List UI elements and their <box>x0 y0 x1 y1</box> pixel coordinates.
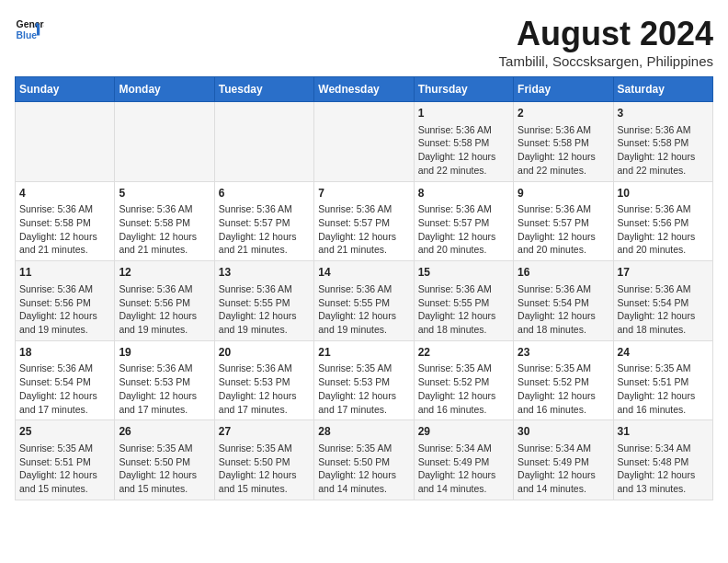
table-row: 9Sunrise: 5:36 AM Sunset: 5:57 PM Daylig… <box>514 181 613 261</box>
calendar-body: 1Sunrise: 5:36 AM Sunset: 5:58 PM Daylig… <box>16 102 713 500</box>
table-row: 22Sunrise: 5:35 AM Sunset: 5:52 PM Dayli… <box>414 340 513 420</box>
page-header: General Blue August 2024 Tambilil, Soccs… <box>15 15 713 69</box>
day-info: Sunrise: 5:36 AM Sunset: 5:53 PM Dayligh… <box>119 362 210 416</box>
table-row: 20Sunrise: 5:36 AM Sunset: 5:53 PM Dayli… <box>214 340 313 420</box>
table-row: 23Sunrise: 5:35 AM Sunset: 5:52 PM Dayli… <box>514 340 613 420</box>
table-row: 11Sunrise: 5:36 AM Sunset: 5:56 PM Dayli… <box>16 261 115 341</box>
table-row: 8Sunrise: 5:36 AM Sunset: 5:57 PM Daylig… <box>414 181 513 261</box>
svg-text:Blue: Blue <box>17 30 38 40</box>
day-number: 7 <box>318 186 409 201</box>
day-info: Sunrise: 5:35 AM Sunset: 5:50 PM Dayligh… <box>219 442 310 496</box>
day-info: Sunrise: 5:35 AM Sunset: 5:50 PM Dayligh… <box>318 442 409 496</box>
day-number: 12 <box>119 265 210 281</box>
logo: General Blue <box>15 15 44 44</box>
day-info: Sunrise: 5:36 AM Sunset: 5:56 PM Dayligh… <box>19 282 110 337</box>
day-number: 11 <box>19 265 110 281</box>
day-info: Sunrise: 5:36 AM Sunset: 5:57 PM Dayligh… <box>418 202 509 257</box>
day-info: Sunrise: 5:35 AM Sunset: 5:51 PM Dayligh… <box>19 442 110 496</box>
table-row: 18Sunrise: 5:36 AM Sunset: 5:54 PM Dayli… <box>16 340 115 420</box>
day-info: Sunrise: 5:36 AM Sunset: 5:58 PM Dayligh… <box>618 123 709 178</box>
svg-text:General: General <box>17 19 44 29</box>
col-saturday: Saturday <box>613 77 712 102</box>
day-number: 4 <box>19 186 110 201</box>
table-row: 17Sunrise: 5:36 AM Sunset: 5:54 PM Dayli… <box>613 261 712 341</box>
table-row: 10Sunrise: 5:36 AM Sunset: 5:56 PM Dayli… <box>613 181 712 261</box>
table-row: 3Sunrise: 5:36 AM Sunset: 5:58 PM Daylig… <box>613 102 712 182</box>
col-tuesday: Tuesday <box>214 77 313 102</box>
table-row: 25Sunrise: 5:35 AM Sunset: 5:51 PM Dayli… <box>16 420 115 500</box>
day-info: Sunrise: 5:36 AM Sunset: 5:54 PM Dayligh… <box>518 282 609 337</box>
table-row: 28Sunrise: 5:35 AM Sunset: 5:50 PM Dayli… <box>314 420 414 500</box>
day-info: Sunrise: 5:36 AM Sunset: 5:57 PM Dayligh… <box>318 202 409 257</box>
day-number: 1 <box>418 106 509 121</box>
day-number: 8 <box>418 186 509 201</box>
day-number: 30 <box>518 424 609 440</box>
day-number: 19 <box>119 345 210 361</box>
day-number: 17 <box>618 265 709 281</box>
day-info: Sunrise: 5:36 AM Sunset: 5:56 PM Dayligh… <box>618 202 709 257</box>
table-row: 6Sunrise: 5:36 AM Sunset: 5:57 PM Daylig… <box>214 181 313 261</box>
table-row <box>214 102 313 182</box>
day-info: Sunrise: 5:36 AM Sunset: 5:54 PM Dayligh… <box>19 362 110 416</box>
day-info: Sunrise: 5:36 AM Sunset: 5:58 PM Dayligh… <box>119 202 210 257</box>
table-row <box>16 102 115 182</box>
col-monday: Monday <box>115 77 214 102</box>
table-row: 1Sunrise: 5:36 AM Sunset: 5:58 PM Daylig… <box>414 102 513 182</box>
day-info: Sunrise: 5:34 AM Sunset: 5:49 PM Dayligh… <box>418 442 509 496</box>
table-row: 2Sunrise: 5:36 AM Sunset: 5:58 PM Daylig… <box>514 102 613 182</box>
day-number: 24 <box>618 345 709 361</box>
table-row <box>314 102 414 182</box>
day-number: 14 <box>318 265 409 281</box>
day-number: 28 <box>318 424 409 440</box>
title-section: August 2024 Tambilil, Soccsksargen, Phil… <box>499 15 713 69</box>
day-info: Sunrise: 5:36 AM Sunset: 5:57 PM Dayligh… <box>219 202 310 257</box>
day-number: 20 <box>219 345 310 361</box>
table-row: 30Sunrise: 5:34 AM Sunset: 5:49 PM Dayli… <box>514 420 613 500</box>
col-sunday: Sunday <box>16 77 115 102</box>
day-info: Sunrise: 5:36 AM Sunset: 5:55 PM Dayligh… <box>318 282 409 337</box>
table-row: 5Sunrise: 5:36 AM Sunset: 5:58 PM Daylig… <box>115 181 214 261</box>
day-info: Sunrise: 5:36 AM Sunset: 5:57 PM Dayligh… <box>518 202 609 257</box>
table-row: 21Sunrise: 5:35 AM Sunset: 5:53 PM Dayli… <box>314 340 414 420</box>
table-row: 27Sunrise: 5:35 AM Sunset: 5:50 PM Dayli… <box>214 420 313 500</box>
day-number: 26 <box>119 424 210 440</box>
day-number: 16 <box>518 265 609 281</box>
day-number: 3 <box>618 106 709 121</box>
day-info: Sunrise: 5:36 AM Sunset: 5:55 PM Dayligh… <box>219 282 310 337</box>
table-row: 26Sunrise: 5:35 AM Sunset: 5:50 PM Dayli… <box>115 420 214 500</box>
day-number: 5 <box>119 186 210 201</box>
day-info: Sunrise: 5:34 AM Sunset: 5:48 PM Dayligh… <box>618 442 709 496</box>
table-row: 4Sunrise: 5:36 AM Sunset: 5:58 PM Daylig… <box>16 181 115 261</box>
day-number: 18 <box>19 345 110 361</box>
day-info: Sunrise: 5:35 AM Sunset: 5:53 PM Dayligh… <box>318 362 409 416</box>
table-row: 12Sunrise: 5:36 AM Sunset: 5:56 PM Dayli… <box>115 261 214 341</box>
main-title: August 2024 <box>499 15 713 53</box>
day-info: Sunrise: 5:35 AM Sunset: 5:52 PM Dayligh… <box>518 362 609 416</box>
calendar-header: Sunday Monday Tuesday Wednesday Thursday… <box>16 77 713 102</box>
day-info: Sunrise: 5:36 AM Sunset: 5:55 PM Dayligh… <box>418 282 509 337</box>
table-row <box>115 102 214 182</box>
day-number: 15 <box>418 265 509 281</box>
table-row: 14Sunrise: 5:36 AM Sunset: 5:55 PM Dayli… <box>314 261 414 341</box>
table-row: 29Sunrise: 5:34 AM Sunset: 5:49 PM Dayli… <box>414 420 513 500</box>
day-info: Sunrise: 5:36 AM Sunset: 5:53 PM Dayligh… <box>219 362 310 416</box>
day-info: Sunrise: 5:36 AM Sunset: 5:56 PM Dayligh… <box>119 282 210 337</box>
day-number: 13 <box>219 265 310 281</box>
day-info: Sunrise: 5:35 AM Sunset: 5:52 PM Dayligh… <box>418 362 509 416</box>
day-info: Sunrise: 5:35 AM Sunset: 5:51 PM Dayligh… <box>618 362 709 416</box>
day-number: 10 <box>618 186 709 201</box>
day-number: 25 <box>19 424 110 440</box>
col-thursday: Thursday <box>414 77 513 102</box>
day-number: 29 <box>418 424 509 440</box>
table-row: 24Sunrise: 5:35 AM Sunset: 5:51 PM Dayli… <box>613 340 712 420</box>
table-row: 31Sunrise: 5:34 AM Sunset: 5:48 PM Dayli… <box>613 420 712 500</box>
day-info: Sunrise: 5:34 AM Sunset: 5:49 PM Dayligh… <box>518 442 609 496</box>
day-info: Sunrise: 5:36 AM Sunset: 5:58 PM Dayligh… <box>19 202 110 257</box>
table-row: 16Sunrise: 5:36 AM Sunset: 5:54 PM Dayli… <box>514 261 613 341</box>
day-info: Sunrise: 5:36 AM Sunset: 5:54 PM Dayligh… <box>618 282 709 337</box>
day-number: 2 <box>518 106 609 121</box>
subtitle: Tambilil, Soccsksargen, Philippines <box>499 53 713 69</box>
table-row: 13Sunrise: 5:36 AM Sunset: 5:55 PM Dayli… <box>214 261 313 341</box>
day-number: 23 <box>518 345 609 361</box>
col-wednesday: Wednesday <box>314 77 414 102</box>
